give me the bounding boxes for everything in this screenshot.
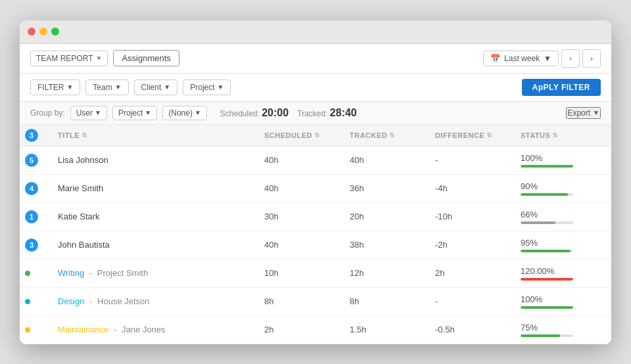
row-tracked-cell: 36h [350, 183, 435, 193]
table-row: 4 Marie Smith 40h 36h -4h 90% [20, 175, 611, 203]
project-dot-icon [25, 327, 30, 332]
table-row: Writing - Project Smith 10h 12h 2h 120.0… [20, 260, 611, 288]
row-scheduled-cell: 40h [264, 183, 350, 193]
tracked-value: 28:40 [330, 107, 357, 118]
row-diff-cell: -0.5h [435, 325, 521, 334]
project-client: Jane Jones [122, 325, 166, 334]
th-tracked[interactable]: TRACKED ⇅ [350, 129, 435, 142]
project-client: Project Smith [97, 268, 148, 278]
row-project-title-cell: Maintainance - Jane Jones [58, 325, 264, 334]
client-arrow-icon: ▼ [164, 83, 170, 91]
groupby-project-select[interactable]: Project ▼ [112, 106, 157, 120]
row-title-cell: John Bautista [58, 240, 264, 250]
row-num-cell: 1 [25, 210, 58, 223]
status-pct: 66% [521, 210, 606, 219]
table-row: 1 Katie Stark 30h 20h -10h 66% [20, 203, 611, 231]
status-sort-icon: ⇅ [552, 131, 558, 139]
groupby-user-select[interactable]: User ▼ [70, 106, 107, 120]
tracked-sort-icon: ⇅ [389, 131, 395, 139]
status-pct: 95% [521, 238, 606, 248]
row-title-cell: Marie Smith [58, 183, 264, 193]
status-pct: 120.00% [521, 266, 606, 276]
minimize-button[interactable] [39, 28, 47, 35]
progress-bar [521, 165, 573, 168]
progress-bar [521, 250, 573, 252]
maximize-button[interactable] [51, 28, 59, 35]
row-dot-cell [25, 268, 58, 278]
toolbar-right: 📅 Last week ▼ ‹ › [483, 49, 601, 68]
progress-fill [521, 193, 568, 196]
project-filter-dropdown[interactable]: Project ▼ [183, 80, 231, 95]
table-row: 5 Lisa Johnson 40h 40h - 100% [20, 147, 611, 175]
row-diff-cell: -4h [435, 183, 521, 193]
row-badge: 3 [25, 239, 38, 252]
row-status-cell: 95% [521, 238, 606, 252]
project-dot-icon [25, 271, 30, 276]
groupby-bar: Group by: User ▼ Project ▼ (None) ▼ Sche… [20, 102, 611, 125]
progress-fill [521, 250, 571, 252]
scheduled-sort-icon: ⇅ [314, 131, 320, 139]
row-project-title-cell: Writing - Project Smith [58, 268, 264, 278]
row-status-cell: 75% [521, 323, 606, 337]
row-project-title-cell: Design - House Jetson [58, 296, 264, 306]
filter-bar: FILTER ▼ Team ▼ Client ▼ Project ▼ ApPLY… [20, 74, 611, 102]
th-title[interactable]: TITLE ⇅ [58, 129, 264, 142]
report-type-label: TEAM REPORT [36, 54, 93, 63]
row-title-cell: Lisa Johnson [58, 155, 264, 165]
num-badge: 3 [25, 129, 38, 142]
next-period-button[interactable]: › [582, 49, 601, 68]
row-tracked-cell: 20h [350, 212, 435, 221]
traffic-lights [28, 28, 59, 35]
project-name: Writing [58, 268, 84, 278]
row-tracked-cell: 38h [350, 240, 435, 250]
th-difference[interactable]: DIFFERENCE ⇅ [435, 129, 521, 142]
filter-arrow-icon: ▼ [66, 83, 73, 91]
progress-bar [521, 278, 573, 281]
none-arrow-icon: ▼ [195, 109, 201, 116]
row-status-cell: 66% [521, 210, 606, 224]
project-separator: - [89, 296, 92, 306]
team-filter-dropdown[interactable]: Team ▼ [85, 80, 128, 95]
th-scheduled[interactable]: SCHEDULED ⇅ [264, 129, 350, 142]
progress-bar [521, 221, 573, 224]
row-status-cell: 120.00% [521, 266, 606, 281]
assignments-tab[interactable]: Assignments [113, 50, 179, 66]
filter-button[interactable]: FILTER ▼ [30, 80, 80, 95]
progress-bar [521, 306, 573, 309]
chevron-right-icon: › [590, 54, 593, 63]
date-range-button[interactable]: 📅 Last week ▼ [483, 51, 559, 66]
table-row: Design - House Jetson 8h 8h - 100% [20, 288, 611, 316]
progress-fill [521, 221, 555, 224]
row-scheduled-cell: 2h [264, 325, 350, 334]
project-arrow-icon: ▼ [218, 83, 224, 91]
row-num-cell: 5 [25, 154, 58, 167]
groupby-label: Group by: [30, 108, 65, 118]
groupby-none-select[interactable]: (None) ▼ [162, 106, 207, 120]
client-filter-dropdown[interactable]: Client ▼ [134, 80, 178, 95]
team-arrow-icon: ▼ [115, 83, 122, 91]
row-diff-cell: - [435, 296, 521, 306]
project-dot-icon [25, 299, 30, 304]
progress-bar [521, 193, 573, 196]
project-separator: - [114, 325, 116, 334]
row-tracked-cell: 8h [350, 296, 435, 306]
status-pct: 100% [521, 153, 606, 163]
report-type-dropdown[interactable]: TEAM REPORT ▼ [30, 51, 108, 66]
project-name: Design [58, 296, 84, 306]
prev-period-button[interactable]: ‹ [561, 49, 580, 68]
row-dot-cell [25, 325, 58, 334]
row-scheduled-cell: 40h [264, 155, 350, 165]
row-num-cell: 3 [25, 239, 58, 252]
status-pct: 75% [521, 323, 606, 332]
main-toolbar: TEAM REPORT ▼ Assignments 📅 Last week ▼ … [20, 44, 611, 74]
th-num: 3 [25, 129, 58, 142]
row-badge: 5 [25, 154, 38, 167]
scheduled-info: Scheduled: 20:00 Tracked: 28:40 [220, 107, 357, 119]
export-button[interactable]: Export ▼ [566, 107, 601, 119]
apply-filter-button[interactable]: ApPLY FILTER [522, 79, 601, 96]
row-badge: 1 [25, 210, 38, 223]
row-diff-cell: -10h [435, 212, 521, 221]
th-status[interactable]: STATUS ⇅ [521, 129, 606, 142]
titlebar [20, 20, 611, 44]
close-button[interactable] [28, 28, 35, 35]
